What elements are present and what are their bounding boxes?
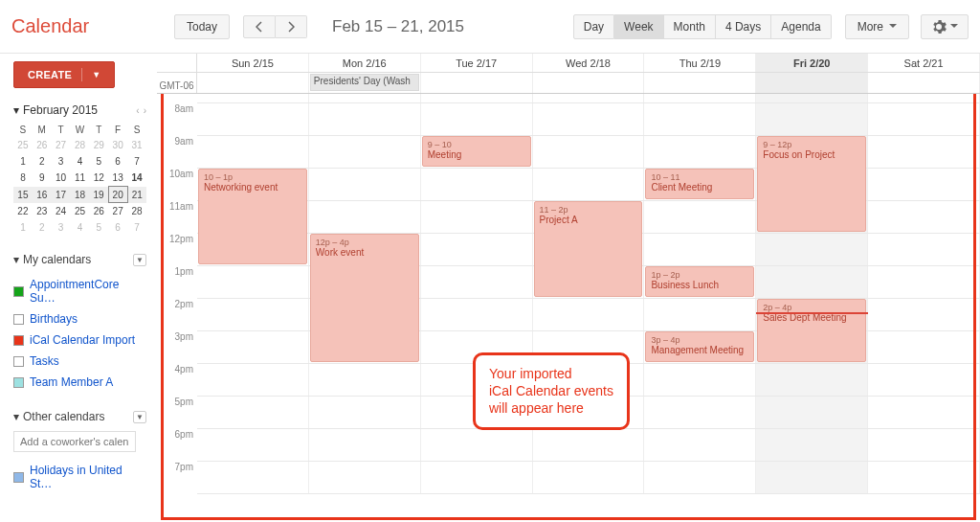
allday-cell[interactable]: Presidents' Day (Wash <box>309 73 421 93</box>
calendar-item[interactable]: Tasks <box>13 351 146 372</box>
mini-next-icon[interactable]: › <box>144 105 146 116</box>
hour-label: 2pm <box>157 299 197 331</box>
my-calendars-header[interactable]: ▾My calendars ▼ <box>13 253 146 266</box>
mini-day[interactable]: 3 <box>52 153 71 170</box>
mini-cal-toggle[interactable]: ▾ <box>13 103 19 117</box>
view-agenda[interactable]: Agenda <box>771 14 831 39</box>
event[interactable]: 10 – 11Client Meeting <box>645 169 754 199</box>
view-week[interactable]: Week <box>614 14 663 39</box>
mini-day[interactable]: 26 <box>89 203 108 220</box>
mini-day[interactable]: 28 <box>71 137 90 153</box>
settings-button[interactable] <box>921 14 969 39</box>
mini-day[interactable]: 15 <box>13 187 33 203</box>
allday-event[interactable]: Presidents' Day (Wash <box>310 74 419 91</box>
mini-day[interactable]: 1 <box>13 219 33 236</box>
mini-day[interactable]: 17 <box>52 187 71 203</box>
view-switcher: DayWeekMonth4 DaysAgenda <box>573 14 832 39</box>
mini-day[interactable]: 29 <box>89 137 108 153</box>
mini-prev-icon[interactable]: ‹ <box>136 105 139 116</box>
event[interactable]: 11 – 2pProject A <box>534 201 643 297</box>
other-calendars-menu-icon[interactable]: ▼ <box>133 411 146 423</box>
more-button[interactable]: More <box>845 14 909 39</box>
mini-day[interactable]: 26 <box>33 137 52 153</box>
mini-day[interactable]: 13 <box>108 170 127 187</box>
mini-day[interactable]: 7 <box>127 153 146 170</box>
calendar-item[interactable]: Team Member A <box>13 372 146 393</box>
mini-day[interactable]: 30 <box>108 137 127 153</box>
allday-cell[interactable] <box>644 73 756 93</box>
mini-calendar[interactable]: SMTWTFS252627282930311234567891011121314… <box>13 123 146 236</box>
mini-day[interactable]: 2 <box>33 219 52 236</box>
mini-day[interactable]: 31 <box>127 137 146 153</box>
event[interactable]: 1p – 2pBusiness Lunch <box>645 266 754 297</box>
day-header[interactable]: Thu 2/19 <box>644 54 756 72</box>
event[interactable]: 2p – 4pSales Dept Meeting <box>757 299 866 362</box>
mini-day[interactable]: 8 <box>13 170 33 187</box>
day-header[interactable]: Sun 2/15 <box>197 54 309 72</box>
prev-week-button[interactable] <box>243 15 276 38</box>
event[interactable]: 9 – 10Meeting <box>422 136 531 167</box>
day-header[interactable]: Sat 2/21 <box>868 54 980 72</box>
mini-day[interactable]: 24 <box>52 203 71 220</box>
mini-day[interactable]: 10 <box>52 170 71 187</box>
gear-icon <box>931 19 947 34</box>
calendar-item[interactable]: Birthdays <box>13 308 146 329</box>
next-week-button[interactable] <box>276 15 307 38</box>
event-title: Focus on Project <box>763 149 860 160</box>
mini-day[interactable]: 28 <box>127 203 146 220</box>
add-calendar-input[interactable] <box>13 431 136 452</box>
mini-day[interactable]: 3 <box>52 219 71 236</box>
mini-day[interactable]: 5 <box>89 153 108 170</box>
mini-day[interactable]: 18 <box>71 187 90 203</box>
hour-label: 7am <box>157 94 197 103</box>
mini-day[interactable]: 6 <box>108 219 127 236</box>
view-month[interactable]: Month <box>664 14 716 39</box>
mini-day[interactable]: 5 <box>89 219 108 236</box>
hour-label: 12pm <box>157 234 197 266</box>
event[interactable]: 10 – 1pNetworking event <box>198 169 307 264</box>
mini-day[interactable]: 23 <box>33 203 52 220</box>
mini-day[interactable]: 21 <box>127 187 146 203</box>
mini-day[interactable]: 27 <box>52 137 71 153</box>
mini-day[interactable]: 25 <box>13 137 33 153</box>
mini-day[interactable]: 12 <box>89 170 108 187</box>
other-calendars-header[interactable]: ▾Other calendars ▼ <box>13 410 146 423</box>
chevron-down-icon <box>889 24 897 29</box>
mini-day[interactable]: 20 <box>108 187 127 203</box>
mini-day[interactable]: 25 <box>71 203 90 220</box>
allday-cell[interactable] <box>756 73 868 93</box>
my-calendars-menu-icon[interactable]: ▼ <box>133 254 146 266</box>
calendar-item[interactable]: iCal Calendar Import <box>13 329 146 351</box>
today-button[interactable]: Today <box>174 14 230 39</box>
mini-day[interactable]: 7 <box>127 219 146 236</box>
calendar-item[interactable]: AppointmentCore Su… <box>13 274 146 308</box>
mini-day[interactable]: 9 <box>33 170 52 187</box>
mini-day[interactable]: 14 <box>127 170 146 187</box>
mini-day[interactable]: 4 <box>71 219 90 236</box>
mini-day[interactable]: 19 <box>89 187 108 203</box>
allday-cell[interactable] <box>868 73 980 93</box>
event[interactable]: 12p – 4pWork event <box>310 234 419 362</box>
event[interactable]: 9 – 12pFocus on Project <box>757 136 866 232</box>
view-day[interactable]: Day <box>573 14 614 39</box>
allday-cell[interactable] <box>197 73 309 93</box>
mini-day[interactable]: 1 <box>13 153 33 170</box>
mini-day[interactable]: 16 <box>33 187 52 203</box>
day-header[interactable]: Tue 2/17 <box>421 54 533 72</box>
mini-day[interactable]: 2 <box>33 153 52 170</box>
event-time: 11 – 2p <box>540 205 637 215</box>
allday-cell[interactable] <box>421 73 533 93</box>
mini-day[interactable]: 4 <box>71 153 90 170</box>
day-header[interactable]: Fri 2/20 <box>756 54 868 72</box>
day-header[interactable]: Wed 2/18 <box>533 54 645 72</box>
day-header[interactable]: Mon 2/16 <box>309 54 421 72</box>
mini-day[interactable]: 11 <box>71 170 90 187</box>
event[interactable]: 3p – 4pManagement Meeting <box>645 331 754 362</box>
view-4-days[interactable]: 4 Days <box>716 14 771 39</box>
mini-day[interactable]: 6 <box>108 153 127 170</box>
create-button[interactable]: CREATE▼ <box>13 61 115 88</box>
mini-day[interactable]: 22 <box>13 203 33 220</box>
calendar-item[interactable]: Holidays in United St… <box>13 460 146 494</box>
mini-day[interactable]: 27 <box>108 203 127 220</box>
allday-cell[interactable] <box>533 73 645 93</box>
